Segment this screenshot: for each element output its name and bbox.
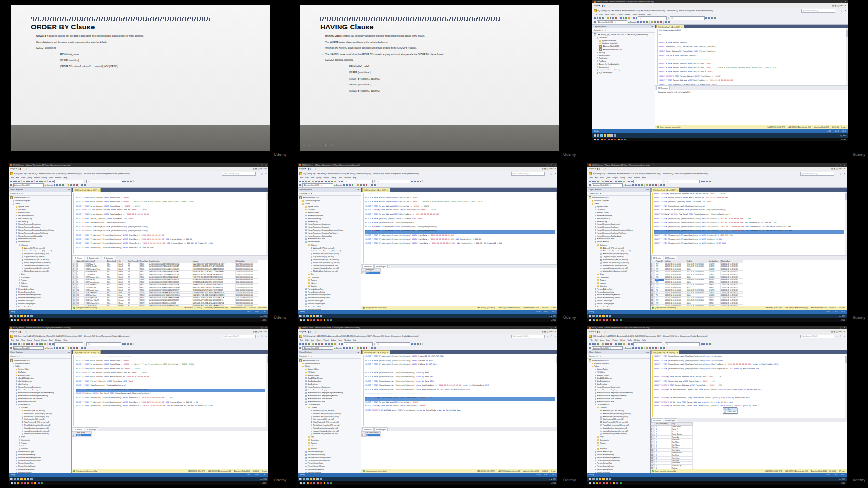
toolbar-icon[interactable] (602, 343, 604, 345)
sql-line[interactable]: Use AdventureWorks2016 (659, 29, 845, 34)
grid-row[interactable]: 17179228 Via Del SolNULLPhoenix8850040xE… (72, 305, 258, 306)
search-icon[interactable] (592, 315, 595, 317)
devices-icons[interactable]: ▤ ▦ ◫ ⌨ ⛁ ⊟ (831, 167, 845, 170)
menu-view[interactable]: View (600, 177, 604, 179)
standard-toolbar[interactable]: ▾🔍 (9, 179, 268, 183)
taskbar-app-icon[interactable] (613, 482, 615, 484)
fullscreen-icon[interactable]: ⤢ (604, 167, 606, 170)
taskbar-app-icon[interactable] (596, 478, 598, 480)
menu-view[interactable]: View (600, 339, 604, 341)
toolbar-icon[interactable] (41, 181, 43, 182)
tab-messages[interactable]: Messages (374, 427, 388, 431)
sql-line[interactable]: SELECT * FROM [Production].[ProductCostH… (76, 234, 265, 238)
minimize-icon[interactable]: – (258, 335, 259, 337)
taskbar-app-icon[interactable] (41, 482, 43, 484)
fullscreen-icon[interactable]: ⤢ (26, 330, 27, 333)
ssms-titlebar[interactable]: SQLQuery1.sql - LAB-MSSQL.AdventureWorks… (592, 8, 848, 13)
taskbar-app-icon[interactable] (27, 478, 29, 480)
maximize-icon[interactable]: ▢ (551, 327, 552, 329)
taskbar-app-icon[interactable] (616, 482, 618, 484)
tab-messages[interactable]: Messages (374, 265, 388, 268)
maximize-icon[interactable]: ▢ (261, 327, 263, 329)
taskbar-app-icon[interactable] (320, 482, 322, 484)
sql-line[interactable]: SELECT * FROM [Production].[ProductCostH… (654, 218, 844, 222)
video-thumbnail[interactable]: ORDER BY Clause ORDER BY clause is used … (0, 0, 289, 163)
sql-line[interactable]: SELECT * FROM [HumanResources].[Employee… (365, 384, 555, 389)
debugger-combo[interactable]: ▾ (638, 16, 667, 20)
taskbar-app-icon[interactable] (607, 134, 610, 137)
devices-icons[interactable]: ▤ ▦ ◫ ⌨ ⛁ ⊟ (253, 330, 267, 333)
taskbar-app-icon[interactable] (602, 478, 605, 480)
menu-window[interactable]: Window (55, 177, 61, 179)
taskbar-app-icon[interactable] (313, 478, 315, 480)
toolbar-icon[interactable] (328, 181, 330, 182)
sql-editor-toolbar[interactable]: AdventureWorks2016▾ ▶Execute (587, 183, 847, 188)
menu-help[interactable]: Help (64, 339, 67, 341)
host-system-tray[interactable]: ∧ ENG (840, 319, 845, 321)
maximize-icon[interactable]: ▢ (551, 164, 552, 166)
taskbar-app-icon[interactable] (330, 482, 332, 484)
toolbar-icon[interactable] (81, 347, 83, 349)
taskbar-app-icon[interactable] (27, 315, 29, 317)
taskbar-app-icon[interactable] (610, 319, 611, 321)
minimize-icon[interactable]: – (547, 173, 548, 175)
sql-editor[interactable]: SELECT * FROM [HumanResources].[Employee… (651, 354, 847, 418)
toolbar-icon[interactable] (299, 181, 301, 182)
toolbar-icon[interactable] (597, 17, 598, 19)
vmware-player-toolbar[interactable]: Player ▾ ❚❚ ⛶ ⤢ ▤ ▦ ◫ ⌨ ⛁ ⊟ (298, 329, 557, 334)
sql-line[interactable]: SELECT * FROM Person.Address WHERE Posta… (365, 197, 555, 201)
toolbar-icon[interactable] (371, 184, 373, 186)
toolbar-icon[interactable] (706, 181, 708, 182)
toolbar-icon[interactable] (607, 343, 609, 345)
sql-line[interactable]: SELECT COUNT(*) FROM Person.Address WHER… (659, 75, 845, 80)
sql-line[interactable]: SELECT COUNT(*) AS NoOfAddresses, Postal… (654, 389, 844, 393)
toolbar-icon[interactable] (623, 343, 625, 345)
menu-file[interactable]: File (595, 14, 597, 15)
grid-row[interactable]: 127112012-05-30 00:00:00.0002013-05-29 2… (651, 292, 743, 294)
vm-system-tray[interactable]: ∧ 🔈 ENG (839, 478, 845, 480)
toolbar-icon[interactable] (122, 181, 124, 182)
sql-line[interactable]: SELECT * FROM Person.Address WHERE Posta… (76, 360, 265, 364)
player-menu[interactable]: Player ▾ (589, 330, 596, 333)
close-icon[interactable]: ✕ (844, 327, 845, 329)
debugger-combo[interactable]: ▾ (344, 342, 373, 346)
object-explorer-toolbar[interactable]: Connect ▾ ⟳ ▼ (298, 354, 361, 359)
close-icon[interactable]: ✕ (265, 173, 267, 175)
object-explorer-toolbar[interactable]: Connect ▾ ⟳ ▼ (298, 192, 361, 196)
toolbar-icon[interactable] (610, 181, 612, 182)
menu-tools[interactable]: Tools (627, 339, 631, 341)
toolbar-icon[interactable] (655, 184, 657, 186)
sql-line[interactable]: SELECT COUNT(*) FROM Person.Address WHER… (365, 209, 555, 213)
vmware-titlebar[interactable]: MSSQLServer - VMware Workstation 16 Play… (592, 0, 848, 3)
close-icon[interactable]: ✕ (555, 164, 556, 166)
snapshot-icon[interactable]: ⛶ (23, 167, 24, 170)
taskbar-app-icon[interactable] (30, 315, 33, 317)
document-tab[interactable]: SQLQuery1.sql - LA...or (66))*✕ (73, 188, 101, 192)
connect-button[interactable]: Connect ▾ (594, 29, 601, 31)
editor-scrollbar[interactable] (845, 354, 847, 418)
minimize-icon[interactable]: – (837, 164, 838, 166)
taskbar-app-icon[interactable] (596, 319, 598, 321)
object-explorer-toolbar[interactable]: Connect ▾ ⟳ ▼ (592, 28, 655, 33)
fullscreen-icon[interactable]: ⤢ (315, 330, 316, 333)
close-icon[interactable]: ✕ (845, 1, 846, 3)
minimize-icon[interactable]: – (547, 335, 548, 337)
database-combo[interactable]: AdventureWorks2016▾ (592, 346, 623, 350)
taskbar-app-icon[interactable] (613, 319, 615, 321)
pause-icon[interactable]: ❚❚ (602, 4, 605, 7)
taskbar-app-icon[interactable] (606, 315, 608, 317)
grid-row[interactable]: 97102011-05-31 00:00:00.0002012-05-29 23… (651, 283, 743, 286)
quick-launch-input[interactable]: Quick Launch (Ctrl+Q) (801, 9, 835, 13)
toolbar-icon[interactable] (594, 343, 596, 345)
menu-query[interactable]: Query (316, 339, 321, 341)
host-system-tray[interactable]: ∧ ENG (841, 139, 846, 140)
taskbar-app-icon[interactable] (27, 482, 29, 484)
connection-icon[interactable] (589, 347, 591, 349)
snapshot-icon[interactable]: ⛶ (601, 330, 603, 333)
toolbar-icon[interactable] (326, 343, 327, 345)
taskbar-app-icon[interactable] (606, 319, 608, 321)
search-box[interactable]: 🔍 (86, 180, 121, 183)
menu-help[interactable]: Help (642, 339, 646, 341)
menu-view[interactable]: View (311, 339, 314, 341)
toolbar-icon[interactable] (374, 184, 376, 186)
